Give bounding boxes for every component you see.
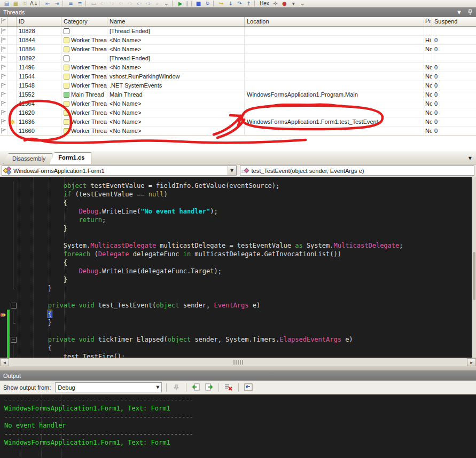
breakpoint-margin[interactable] bbox=[0, 233, 6, 241]
stop-icon[interactable]: ■ bbox=[194, 1, 203, 7]
output-titlebar[interactable]: Output bbox=[0, 371, 476, 381]
nav-forward-disabled-icon[interactable]: ⇨ bbox=[107, 1, 116, 7]
restart-icon[interactable]: ↻ bbox=[203, 1, 212, 7]
pin-output-icon[interactable] bbox=[171, 382, 182, 393]
thread-row[interactable]: 11660Worker Threa<No Name>No0 bbox=[0, 127, 476, 136]
collapse-toggle[interactable] bbox=[10, 301, 17, 310]
field-yellow-icon[interactable]: ▦ bbox=[11, 1, 20, 7]
flag-cell[interactable] bbox=[0, 81, 7, 90]
column-header-Location[interactable]: Location bbox=[245, 17, 424, 26]
thread-row[interactable]: 10884Worker Threa<No Name>No0 bbox=[0, 45, 476, 54]
output-source-arrow-icon[interactable]: ▼ bbox=[154, 385, 161, 390]
sort-az-icon[interactable]: A↓ bbox=[29, 1, 38, 7]
breakpoint-margin[interactable] bbox=[0, 190, 6, 199]
column-header-icon[interactable] bbox=[0, 17, 7, 26]
indent-decrease-icon[interactable]: ⇤ bbox=[43, 1, 52, 7]
pin-icon[interactable] bbox=[467, 9, 473, 15]
scrollbar-thumb[interactable] bbox=[473, 252, 475, 300]
flag-cell[interactable] bbox=[0, 90, 7, 99]
thread-row[interactable]: 10892[Thread Ended] bbox=[0, 54, 476, 63]
add-watch-icon[interactable]: ✛ bbox=[271, 1, 280, 7]
thread-row[interactable]: 11552Main ThreadMain ThreadWindowsFormsA… bbox=[0, 90, 476, 99]
collapse-toggle[interactable] bbox=[10, 335, 17, 344]
field-key-icon[interactable]: ⚿ bbox=[20, 1, 29, 7]
breakpoint-margin[interactable] bbox=[0, 181, 6, 190]
column-header-ID[interactable]: ID bbox=[17, 17, 61, 26]
comment-icon[interactable]: ≡ bbox=[66, 1, 75, 7]
scroll-right-icon[interactable]: ▸ bbox=[467, 358, 476, 366]
breakpoint-margin[interactable] bbox=[0, 267, 6, 275]
breakpoint-margin[interactable] bbox=[0, 275, 6, 284]
types-dropdown-arrow-icon[interactable]: ▼ bbox=[228, 166, 236, 175]
breakpoint-margin[interactable] bbox=[0, 352, 6, 358]
window-menu-icon[interactable]: ▼ bbox=[457, 10, 461, 15]
nav-back2-disabled-icon[interactable]: ⇦ bbox=[116, 1, 126, 7]
flag-cell[interactable] bbox=[0, 45, 7, 53]
overflow-icon[interactable]: ⌄ bbox=[298, 1, 307, 7]
output-source-dropdown[interactable]: Debug ▼ bbox=[55, 382, 162, 392]
tab-list-dropdown-icon[interactable]: ▼ bbox=[469, 156, 472, 161]
thread-row[interactable]: 11636Worker Threa<No Name>WindowsFormsAp… bbox=[0, 117, 476, 127]
doc-forward-icon[interactable]: ⇨ bbox=[144, 1, 153, 7]
breakpoint-margin[interactable] bbox=[0, 327, 6, 335]
column-header-Name[interactable]: Name bbox=[107, 17, 245, 26]
breakpoint-margin[interactable] bbox=[0, 310, 6, 318]
output-text-area[interactable]: ----------------------------------------… bbox=[0, 394, 476, 458]
breakpoint-margin[interactable] bbox=[0, 250, 6, 258]
nav-forward2-disabled-icon[interactable]: ⇨ bbox=[126, 1, 135, 7]
breakpoint-margin[interactable] bbox=[0, 344, 6, 352]
find-disabled-icon[interactable]: ⌕ bbox=[153, 1, 162, 7]
next-message-icon[interactable] bbox=[204, 382, 214, 393]
thread-row[interactable]: 10828[Thread Ended] bbox=[0, 27, 476, 36]
editor-horizontal-scrollbar[interactable]: ◂ ▸ bbox=[0, 358, 476, 366]
tab-disassembly[interactable]: Disassembly bbox=[3, 153, 52, 164]
flag-cell[interactable] bbox=[0, 36, 7, 44]
code-editor[interactable]: object testEventValue = fieldInfo.GetVal… bbox=[0, 177, 476, 358]
breakpoint-margin[interactable] bbox=[0, 284, 6, 293]
breakpoints-icon[interactable]: ● bbox=[280, 1, 289, 7]
toggle-word-wrap-icon[interactable] bbox=[243, 382, 254, 393]
flag-cell[interactable] bbox=[0, 99, 7, 108]
scrollbar-track[interactable] bbox=[9, 358, 467, 366]
indent-increase-icon[interactable]: ⇥ bbox=[52, 1, 61, 7]
column-header-icon[interactable] bbox=[7, 17, 17, 26]
step-into-icon[interactable]: ↓ bbox=[226, 1, 235, 7]
thread-row[interactable]: 11564Worker Threa<No Name>No0 bbox=[0, 99, 476, 108]
step-out-icon[interactable]: ↥ bbox=[244, 1, 253, 7]
nav-back-disabled-icon[interactable]: ⇦ bbox=[98, 1, 107, 7]
pane-splitter[interactable] bbox=[0, 366, 476, 371]
breakpoint-margin[interactable] bbox=[0, 224, 6, 233]
flag-cell[interactable] bbox=[0, 63, 7, 72]
editor-vertical-scrollbar[interactable] bbox=[472, 177, 476, 358]
column-header-Category[interactable]: Category bbox=[61, 17, 107, 26]
threads-titlebar[interactable]: Threads ▼ bbox=[0, 7, 476, 17]
doc-back-icon[interactable]: ⇦ bbox=[135, 1, 144, 7]
flag-cell[interactable] bbox=[0, 54, 7, 62]
thread-row[interactable]: 11548Worker Threa.NET SystemEventsNo0 bbox=[0, 81, 476, 90]
breakpoint-margin[interactable] bbox=[0, 199, 6, 207]
uncomment-icon[interactable]: ≣ bbox=[75, 1, 84, 7]
prev-message-icon[interactable] bbox=[191, 382, 201, 393]
hex-button[interactable]: Hex bbox=[258, 1, 271, 6]
dropdown-icon[interactable]: ▾ bbox=[289, 1, 298, 7]
breakpoint-margin[interactable] bbox=[0, 301, 6, 310]
types-dropdown[interactable]: WindowsFormsApplication1.Form1 ▼ bbox=[2, 165, 237, 176]
members-dropdown[interactable]: ⚿ test_TestEvent(object sender, EventArg… bbox=[240, 165, 475, 176]
breakpoint-margin[interactable] bbox=[0, 258, 6, 267]
thread-row[interactable]: 11544Worker Threavshost.RunParkingWindow… bbox=[0, 72, 476, 81]
step-over-icon[interactable]: ↷ bbox=[235, 1, 244, 7]
flag-cell[interactable] bbox=[0, 117, 7, 126]
rounded-rect-icon[interactable]: ▭ bbox=[89, 1, 98, 7]
breakpoint-margin[interactable] bbox=[0, 318, 6, 327]
overflow-icon[interactable]: ⌄ bbox=[162, 1, 171, 7]
breakpoint-margin[interactable] bbox=[0, 241, 6, 250]
copy-properties-icon[interactable]: ▤ bbox=[2, 1, 11, 7]
column-header-Pr[interactable]: Pr bbox=[424, 17, 432, 26]
continue-icon[interactable]: ▶ bbox=[176, 1, 185, 7]
splitter-grip[interactable] bbox=[233, 360, 243, 365]
thread-row[interactable]: 11620Worker Threa<No Name>No0 bbox=[0, 108, 476, 117]
flag-cell[interactable] bbox=[0, 127, 7, 135]
thread-row[interactable]: 11496Worker Threa<No Name>No0 bbox=[0, 63, 476, 72]
flag-cell[interactable] bbox=[0, 108, 7, 117]
tab-form1-cs[interactable]: Form1.cs bbox=[49, 152, 91, 164]
